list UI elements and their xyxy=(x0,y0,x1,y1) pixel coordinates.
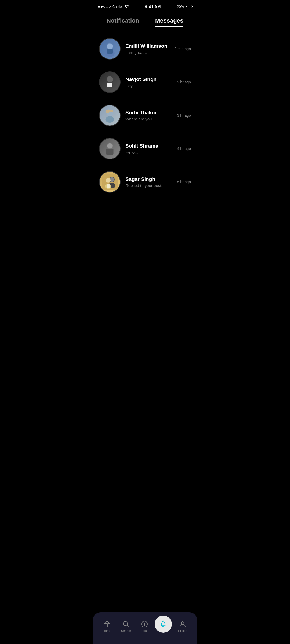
avatar-image xyxy=(100,105,120,126)
svg-rect-6 xyxy=(107,83,112,87)
signal-dots xyxy=(98,6,111,8)
avatar xyxy=(99,71,121,93)
battery-fill xyxy=(186,6,187,7)
message-item[interactable]: Navjot Singh Hey... 2 hr ago xyxy=(99,65,191,99)
status-left: Carrier xyxy=(98,4,129,9)
avatar xyxy=(99,38,121,60)
svg-point-8 xyxy=(106,116,114,123)
svg-point-2 xyxy=(107,44,113,49)
signal-dot-2 xyxy=(101,6,103,8)
message-name: Navjot Singh xyxy=(125,76,172,82)
message-content: Emilli Williamson I am great... xyxy=(125,43,170,55)
avatar-image xyxy=(100,72,120,92)
message-item[interactable]: Sagar Singh Replied to your post. 5 hr a… xyxy=(99,165,191,199)
avatar-image xyxy=(100,172,120,192)
svg-rect-3 xyxy=(107,49,113,54)
status-right: 20% xyxy=(177,5,192,9)
message-content: Sagar Singh Replied to your post. xyxy=(125,176,172,188)
message-preview: Hey... xyxy=(125,83,172,88)
avatar xyxy=(99,105,121,126)
message-time: 3 hr ago xyxy=(177,113,191,118)
svg-point-18 xyxy=(106,178,111,183)
avatar-image xyxy=(100,138,120,159)
message-preview: I am great... xyxy=(125,50,170,55)
svg-point-13 xyxy=(107,143,113,149)
message-content: Sohit Shrama Hello... xyxy=(125,143,172,155)
message-time: 4 hr ago xyxy=(177,147,191,151)
message-preview: Hello... xyxy=(125,150,172,155)
avatar xyxy=(99,138,121,159)
wifi-icon xyxy=(125,4,129,9)
message-preview: Where are you.. xyxy=(125,117,172,121)
message-name: Emilli Williamson xyxy=(125,43,170,49)
message-item[interactable]: Emilli Williamson I am great... 2 min ag… xyxy=(99,32,191,65)
carrier-label: Carrier xyxy=(112,5,123,9)
signal-dot-3 xyxy=(103,6,105,8)
status-bar: Carrier 9:41 AM 20% xyxy=(93,0,197,12)
svg-point-4 xyxy=(107,76,113,82)
message-preview: Replied to your post. xyxy=(125,183,172,188)
message-item[interactable]: Sohit Shrama Hello... 4 hr ago xyxy=(99,132,191,165)
signal-dot-4 xyxy=(106,6,108,8)
status-time: 9:41 AM xyxy=(145,4,161,9)
battery-percent: 20% xyxy=(177,5,184,9)
message-name: Sagar Singh xyxy=(125,176,172,182)
tab-notification[interactable]: Notification xyxy=(107,17,139,27)
message-time: 2 hr ago xyxy=(177,80,191,84)
signal-dot-1 xyxy=(98,6,100,8)
message-name: Surbi Thakur xyxy=(125,110,172,116)
message-item[interactable]: Surbi Thakur Where are you.. 3 hr ago xyxy=(99,99,191,132)
signal-dot-5 xyxy=(109,6,111,8)
tab-messages[interactable]: Messages xyxy=(155,17,183,27)
header-tabs: Notification Messages xyxy=(93,12,197,27)
svg-rect-20 xyxy=(107,184,110,188)
message-time: 5 hr ago xyxy=(177,180,191,184)
battery-icon xyxy=(186,5,192,8)
avatar-image xyxy=(100,39,120,59)
message-name: Sohit Shrama xyxy=(125,143,172,149)
svg-rect-12 xyxy=(106,149,114,155)
message-content: Surbi Thakur Where are you.. xyxy=(125,110,172,121)
message-time: 2 min ago xyxy=(175,47,191,51)
messages-list: Emilli Williamson I am great... 2 min ag… xyxy=(93,27,197,204)
avatar xyxy=(99,171,121,193)
message-content: Navjot Singh Hey... xyxy=(125,76,172,88)
